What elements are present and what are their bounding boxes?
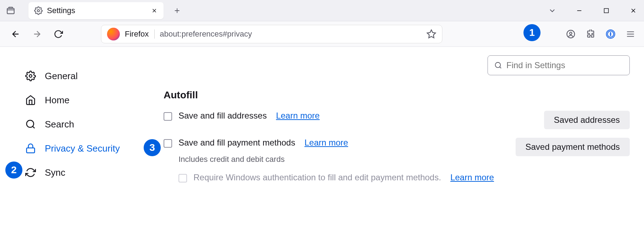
sidebar-item-label: Search <box>45 119 74 130</box>
section-title-autofill: Autofill <box>164 89 630 101</box>
sidebar-item-label: Sync <box>45 167 65 178</box>
svg-point-10 <box>29 75 32 77</box>
sync-icon <box>25 167 36 178</box>
preferences-page: General Home Search Privacy & Security S… <box>0 47 644 246</box>
forward-button[interactable] <box>30 27 44 41</box>
toolbar: Firefox about:preferences#privacy <box>0 21 644 47</box>
search-icon <box>494 61 502 69</box>
require-auth-checkbox <box>179 174 187 182</box>
svg-point-11 <box>27 120 34 127</box>
account-icon[interactable] <box>566 29 576 39</box>
svg-rect-1 <box>9 7 13 8</box>
learn-more-payments-link[interactable]: Learn more <box>304 138 348 148</box>
back-button[interactable] <box>9 27 23 41</box>
home-icon <box>25 94 36 106</box>
require-auth-label: Require Windows authentication to fill a… <box>193 173 441 182</box>
sidebar-item-label: Privacy & Security <box>45 143 120 154</box>
sidebar-item-general[interactable]: General <box>25 64 164 88</box>
sidebar-item-home[interactable]: Home <box>25 88 164 112</box>
close-window-button[interactable] <box>628 6 638 16</box>
save-payments-label: Save and fill payment methods <box>179 138 295 148</box>
tab-bar: Settings <box>0 0 644 21</box>
preferences-sidebar: General Home Search Privacy & Security S… <box>0 47 164 246</box>
sidebar-item-sync[interactable]: Sync <box>25 160 164 185</box>
tab-title: Settings <box>47 6 147 15</box>
reload-button[interactable] <box>51 27 65 41</box>
close-tab-button[interactable] <box>151 7 158 14</box>
settings-search[interactable] <box>488 55 630 75</box>
app-menu-icon[interactable] <box>626 29 635 39</box>
new-tab-button[interactable] <box>169 3 185 18</box>
extensions-icon[interactable] <box>586 29 596 39</box>
svg-point-6 <box>570 32 572 34</box>
gear-icon <box>25 70 36 82</box>
bookmark-star-icon[interactable] <box>426 29 436 39</box>
svg-marker-4 <box>427 30 435 38</box>
sidebar-item-privacy-security[interactable]: Privacy & Security <box>25 136 164 160</box>
callout-2: 2 <box>5 162 22 179</box>
preferences-main: Autofill Save and fill addresses Learn m… <box>164 47 644 246</box>
save-addresses-checkbox[interactable] <box>164 112 172 121</box>
svg-point-13 <box>495 62 501 68</box>
minimize-button[interactable] <box>574 6 584 16</box>
sidebar-item-search[interactable]: Search <box>25 112 164 136</box>
search-icon <box>25 119 36 130</box>
browser-tab[interactable]: Settings <box>28 2 164 19</box>
settings-search-input[interactable] <box>506 60 623 70</box>
gear-icon <box>34 6 43 15</box>
callout-1: 1 <box>523 24 541 41</box>
list-all-tabs-button[interactable] <box>547 6 557 16</box>
url-text: about:preferences#privacy <box>160 29 421 39</box>
svg-rect-3 <box>604 9 608 13</box>
sidebar-item-label: General <box>45 71 78 82</box>
callout-3: 3 <box>144 139 161 156</box>
save-payments-checkbox[interactable] <box>164 139 172 148</box>
svg-point-2 <box>37 10 39 12</box>
maximize-button[interactable] <box>601 6 611 16</box>
recent-history-icon[interactable] <box>6 6 16 16</box>
lock-icon <box>25 143 36 154</box>
identity-label: Firefox <box>125 29 155 39</box>
svg-rect-9 <box>610 32 611 36</box>
svg-rect-0 <box>7 8 14 13</box>
url-bar[interactable]: Firefox about:preferences#privacy <box>101 25 442 43</box>
1password-icon[interactable] <box>606 29 616 39</box>
learn-more-addresses-link[interactable]: Learn more <box>276 111 320 121</box>
sidebar-item-label: Home <box>45 95 69 106</box>
svg-rect-12 <box>27 148 35 153</box>
saved-payments-button[interactable]: Saved payment methods <box>516 138 630 156</box>
save-addresses-label: Save and fill addresses <box>179 111 267 121</box>
firefox-logo-icon <box>107 28 120 40</box>
saved-addresses-button[interactable]: Saved addresses <box>544 111 630 129</box>
learn-more-auth-link[interactable]: Learn more <box>450 173 494 182</box>
